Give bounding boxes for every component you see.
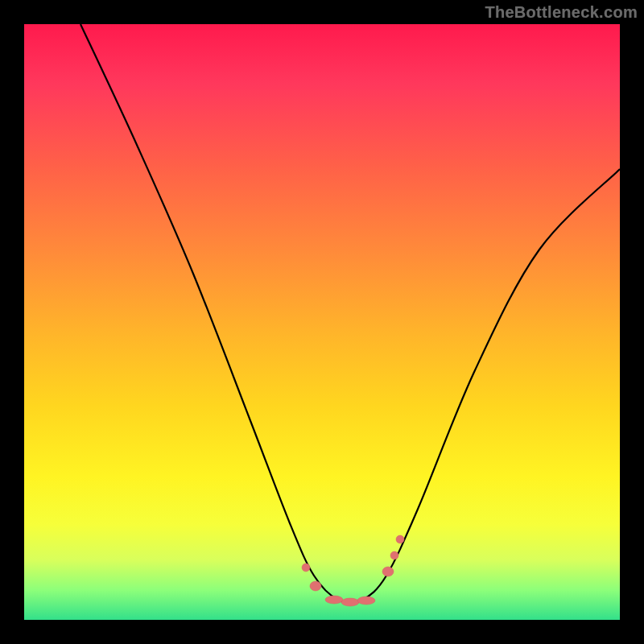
bead-bottom-3	[357, 597, 375, 605]
bead-bottom-2	[341, 598, 359, 606]
watermark-text: TheBottleneck.com	[485, 3, 638, 22]
bead-cluster-left2	[310, 581, 321, 591]
bead-right-2	[390, 551, 398, 559]
bead-cluster-left	[302, 564, 310, 572]
bottleneck-curve	[24, 24, 620, 620]
bead-cluster	[302, 535, 404, 606]
curve-path	[80, 24, 620, 603]
bead-right-1	[382, 567, 394, 576]
plot-area	[24, 24, 620, 620]
bead-bottom-1	[325, 596, 343, 604]
bead-right-3	[396, 535, 404, 543]
